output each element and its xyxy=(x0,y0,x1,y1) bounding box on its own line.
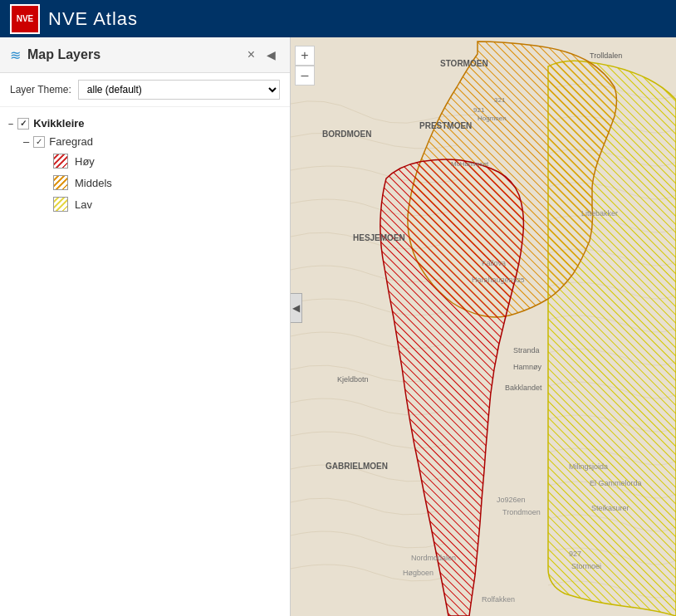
gabrielmoen-label: GABRIELMOEN xyxy=(326,462,388,471)
storlabel2: 927 xyxy=(569,550,581,558)
zoom-controls: + – xyxy=(295,46,315,86)
faregrad-header[interactable]: – ✓ Faregrad xyxy=(15,133,290,150)
wave-icon: ≋ xyxy=(10,47,21,63)
layers-list: – ✓ Kvikkleire – ✓ Faregrad xyxy=(0,107,290,616)
elev-small1: 321 xyxy=(494,96,506,104)
fallova-label: Fallova xyxy=(482,259,506,267)
middels-label: Middels xyxy=(75,177,112,189)
hogboen-label: Høgboen xyxy=(403,569,434,577)
faregrad-items: Høy Middels Lav xyxy=(15,150,290,215)
prestmoen-label: PRESTMOEN xyxy=(419,121,472,130)
jostjern-label: Jo926en xyxy=(497,496,526,504)
hamnoy-label: Hamnøy xyxy=(513,363,542,371)
hogmoen-elev: Hogmoen xyxy=(478,115,507,122)
layer-theme-select[interactable]: alle (default) Flom Skred Kvikkleire xyxy=(78,80,280,100)
map-area[interactable]: + – xyxy=(291,37,676,616)
layer-theme-row: Layer Theme: alle (default) Flom Skred K… xyxy=(0,73,290,107)
trondmoen-label: Trondmoen xyxy=(502,508,541,516)
layer-item-lav: Lav xyxy=(45,193,290,215)
hesjemoen-label: HESJEMOEN xyxy=(353,233,405,242)
milingsjoida-label: Milingsjoida xyxy=(569,462,608,471)
bakklandet-label: Bakklandet xyxy=(505,384,542,392)
map-svg: Trolldalen STORMOEN BORDMOEN PRESTMOEN H… xyxy=(291,37,676,616)
nordmodalen-label: Nordmodalen xyxy=(411,554,456,562)
sub-group-faregrad: – ✓ Faregrad Høy Middels xyxy=(0,133,290,215)
rolfakken-label: Rolfakken xyxy=(482,595,515,604)
panel-close-button[interactable]: × xyxy=(243,46,259,64)
elev921: 921 xyxy=(473,106,485,114)
gammelorda-label: El Gammelorda xyxy=(590,479,642,487)
panel-title-row: ≋ Map Layers xyxy=(10,47,100,63)
topbar: NVE NVE Atlas xyxy=(0,0,676,37)
lav-legend-icon xyxy=(53,197,68,212)
littebakker-label: Littebakker xyxy=(581,209,618,218)
mchamreset: McHamreset xyxy=(451,160,489,168)
sidebar: ≋ Map Layers × ◀ Layer Theme: alle (defa… xyxy=(0,37,291,616)
kvikkleire-expand-icon: – xyxy=(8,119,13,129)
stormoel-label: Stormoei xyxy=(571,562,601,570)
harahaugen-label: Harahaugen xyxy=(472,276,513,284)
stranda-label: Stranda xyxy=(513,346,540,354)
panel-controls: × ◀ xyxy=(243,46,280,64)
kvikkleire-checkbox[interactable]: ✓ xyxy=(17,118,29,130)
layer-item-hoy: Høy xyxy=(45,150,290,172)
zoom-out-button[interactable]: – xyxy=(295,66,315,86)
elev925: 925 xyxy=(513,276,525,284)
layer-group-kvikkleire: – ✓ Kvikkleire – ✓ Faregrad xyxy=(0,112,290,217)
panel-title: Map Layers xyxy=(27,47,100,62)
panel-collapse-button[interactable]: ◀ xyxy=(262,46,280,64)
hoy-label: Høy xyxy=(75,155,95,168)
bordmoen-label: BORDMOEN xyxy=(322,130,371,139)
trolldalen-label: Trolldalen xyxy=(590,51,622,60)
kvikkleire-label: Kvikkleire xyxy=(33,117,84,130)
zoom-in-button[interactable]: + xyxy=(295,46,315,66)
steikasurer-label: Steikasurer xyxy=(591,504,629,512)
stormoen-label: STORMOEN xyxy=(440,59,488,68)
faregrad-expand-icon: – xyxy=(23,135,29,148)
middels-legend-icon xyxy=(53,175,68,190)
layer-item-middels: Middels xyxy=(45,172,290,193)
kjeldbotn-label: Kjeldbotn xyxy=(337,375,369,384)
sidebar-collapse-button[interactable]: ◀ xyxy=(291,293,302,323)
logo-text: NVE xyxy=(17,14,34,23)
faregrad-checkbox[interactable]: ✓ xyxy=(33,136,45,148)
lav-label: Lav xyxy=(75,198,92,211)
faregrad-label: Faregrad xyxy=(49,135,93,148)
layer-group-kvikkleire-header[interactable]: – ✓ Kvikkleire xyxy=(0,114,290,133)
main-layout: ≋ Map Layers × ◀ Layer Theme: alle (defa… xyxy=(0,37,676,616)
hoy-legend-icon xyxy=(53,154,68,169)
nve-logo: NVE xyxy=(10,4,40,34)
app-title: NVE Atlas xyxy=(48,8,138,30)
panel-header: ≋ Map Layers × ◀ xyxy=(0,37,290,73)
layer-theme-label: Layer Theme: xyxy=(10,84,71,95)
